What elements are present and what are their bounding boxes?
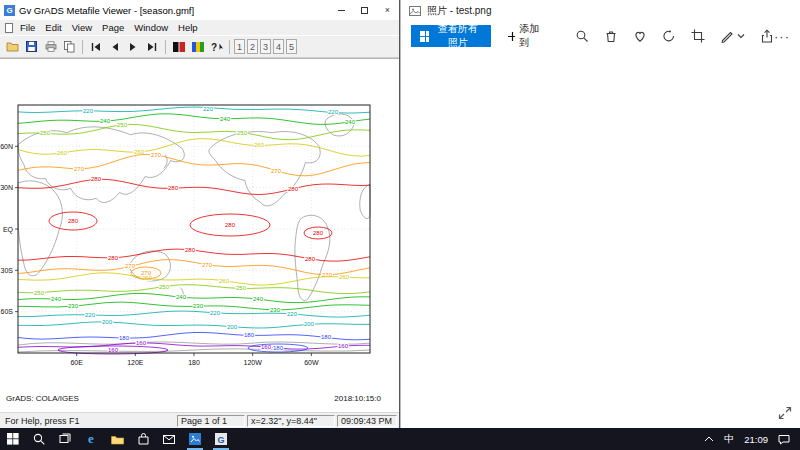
page-2-button[interactable]: 2 (247, 39, 258, 54)
grads-menubar: File Edit View Page Window Help (0, 20, 399, 35)
svg-text:60W: 60W (304, 359, 319, 366)
add-to-button[interactable]: 添加到 (507, 22, 543, 50)
favorite-heart-icon[interactable] (633, 29, 647, 43)
photos-app-icon (409, 5, 421, 17)
page-1-button[interactable]: 1 (234, 39, 245, 54)
open-button[interactable] (3, 38, 22, 56)
close-icon: × (385, 5, 390, 15)
svg-text:270: 270 (141, 270, 152, 276)
minimize-button[interactable] (330, 0, 353, 20)
next-page-button[interactable] (124, 38, 143, 56)
fullscreen-expand-icon[interactable] (778, 406, 792, 420)
menu-file[interactable]: File (15, 22, 40, 33)
svg-text:240: 240 (51, 296, 62, 302)
print-icon (45, 41, 57, 52)
share-icon[interactable] (760, 29, 774, 43)
status-help-text: For Help, press F1 (2, 415, 175, 427)
save-button[interactable] (22, 38, 41, 56)
svg-text:240: 240 (176, 294, 187, 300)
contour-map: 60E120E180120W60W60N30NEQ30S60S220220220… (0, 99, 382, 375)
taskbar-edge-button[interactable]: e (78, 428, 104, 450)
edit-pencil-icon (720, 29, 734, 43)
photos-toolbar: 查看所有照片 添加到 ··· (401, 22, 800, 50)
svg-text:260: 260 (219, 278, 230, 284)
more-options-button[interactable]: ··· (774, 29, 790, 44)
svg-text:280: 280 (313, 230, 324, 236)
svg-text:240: 240 (100, 118, 111, 124)
crop-icon[interactable] (691, 29, 705, 43)
copy-button[interactable] (60, 38, 79, 56)
taskbar-photos-button[interactable] (182, 428, 208, 450)
windows-logo-icon (7, 433, 19, 445)
ime-indicator[interactable]: 中 (724, 432, 734, 446)
tray-chevron-up-icon[interactable] (704, 436, 714, 442)
svg-text:250: 250 (159, 284, 170, 290)
context-help-button[interactable]: ? (207, 38, 226, 56)
svg-text:200: 200 (304, 321, 315, 327)
taskbar-grads-button[interactable]: G (208, 428, 234, 450)
svg-text:250: 250 (117, 122, 128, 128)
svg-text:270: 270 (202, 262, 213, 268)
rotate-icon[interactable] (662, 29, 676, 43)
zoom-icon[interactable] (575, 29, 589, 43)
taskbar-search-button[interactable] (26, 428, 52, 450)
page-4-button[interactable]: 4 (273, 39, 284, 54)
menu-view[interactable]: View (67, 22, 97, 33)
page-5-button[interactable]: 5 (286, 39, 297, 54)
taskbar-clock[interactable]: 21:09 (744, 434, 768, 445)
svg-text:180: 180 (273, 345, 284, 351)
grads-canvas[interactable]: 60E120E180120W60W60N30NEQ30S60S220220220… (0, 58, 399, 412)
print-button[interactable] (41, 38, 60, 56)
menu-edit[interactable]: Edit (40, 22, 66, 33)
edge-icon: e (88, 431, 94, 447)
svg-text:160: 160 (108, 347, 119, 353)
color-display-button[interactable] (188, 38, 207, 56)
svg-text:230: 230 (193, 303, 204, 309)
svg-text:280: 280 (91, 176, 102, 182)
minimize-icon (338, 10, 345, 11)
status-page-indicator: Page 1 of 1 (177, 415, 245, 427)
photos-taskbar-icon (189, 433, 201, 445)
taskbar: e G 中 21:09 (0, 428, 800, 450)
maximize-icon (361, 7, 368, 14)
start-button[interactable] (0, 428, 26, 450)
svg-text:240: 240 (220, 116, 231, 122)
search-icon (33, 433, 45, 445)
task-view-button[interactable] (52, 428, 78, 450)
svg-text:30S: 30S (1, 267, 14, 274)
grads-window-controls: × (330, 0, 399, 20)
notification-center-icon[interactable] (778, 434, 790, 445)
delete-icon[interactable] (604, 29, 618, 43)
taskbar-store-button[interactable] (130, 428, 156, 450)
close-button[interactable]: × (376, 0, 399, 20)
prev-page-button[interactable] (105, 38, 124, 56)
svg-text:EQ: EQ (3, 226, 14, 234)
edit-button[interactable] (720, 29, 745, 43)
view-all-photos-label: 查看所有照片 (434, 22, 482, 50)
svg-text:?: ? (211, 42, 217, 53)
grads-signature: GrADS: COLA/IGES (6, 394, 79, 403)
grads-window-title: Gv GrADS Metafile Viewer - [season.gmf] (19, 5, 194, 16)
maximize-button[interactable] (353, 0, 376, 20)
menu-window[interactable]: Window (129, 22, 173, 33)
view-all-photos-button[interactable]: 查看所有照片 (411, 25, 491, 47)
status-cursor-coords: x=2.32", y=8.44" (247, 415, 335, 427)
toolbar-separator (82, 40, 83, 54)
store-bag-icon (138, 433, 149, 445)
bw-display-button[interactable] (169, 38, 188, 56)
taskbar-mail-button[interactable] (156, 428, 182, 450)
toolbar-separator (229, 40, 230, 54)
last-page-button[interactable] (143, 38, 162, 56)
menu-page[interactable]: Page (97, 22, 129, 33)
bw-display-icon (173, 42, 185, 52)
svg-text:260: 260 (254, 142, 265, 148)
svg-text:280: 280 (108, 255, 119, 261)
svg-text:240: 240 (345, 119, 356, 125)
first-page-button[interactable] (86, 38, 105, 56)
first-page-icon (90, 42, 101, 52)
svg-text:120E: 120E (127, 359, 144, 366)
menu-help[interactable]: Help (173, 22, 203, 33)
page-3-button[interactable]: 3 (260, 39, 271, 54)
taskbar-file-explorer-button[interactable] (104, 428, 130, 450)
grid-icon (420, 31, 429, 42)
